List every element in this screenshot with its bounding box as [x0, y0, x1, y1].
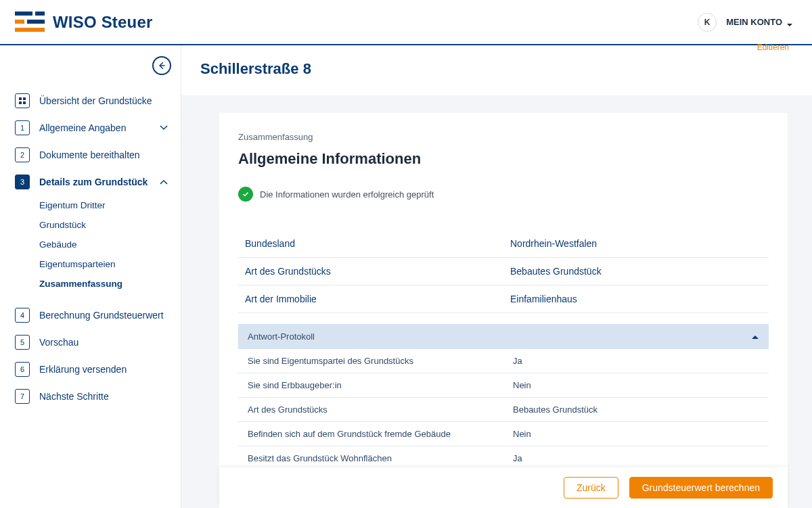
step-number-icon: 7 [15, 389, 30, 404]
chevron-up-icon [159, 177, 168, 187]
logo-icon [15, 10, 45, 34]
subnav-eigentumsparteien[interactable]: Eigentumsparteien [39, 254, 179, 274]
protocol-key: Sie sind Erbbaugeber:in [238, 373, 503, 398]
grid-icon [15, 93, 30, 108]
sidebar-item-5[interactable]: 5 Vorschau [15, 329, 179, 356]
protocol-value: Nein [503, 422, 769, 446]
status-ok: Die Informationen wurden erfolgreich gep… [238, 187, 769, 202]
editieren-link[interactable]: Editieren [757, 43, 789, 52]
footer-bar: Zurück Grundsteuerwert berechnen [219, 467, 788, 508]
protocol-key: Sie sind Eigentumspartei des Grundstücks [238, 349, 503, 373]
protocol-row: Art des GrundstücksBebautes Grundstück [238, 398, 769, 422]
info-row: Art des GrundstücksBebautes Grundstück [238, 258, 769, 285]
sidebar-item-label: Übersicht der Grundstücke [39, 95, 179, 106]
protocol-value: Nein [503, 373, 769, 398]
sidebar-item-label: Erklärung versenden [39, 364, 179, 375]
avatar[interactable]: K [698, 13, 717, 32]
subnav-grundstueck[interactable]: Grundstück [39, 215, 179, 235]
step-number-icon: 2 [15, 147, 30, 162]
sidebar: Übersicht der Grundstücke 1 Allgemeine A… [0, 45, 181, 508]
info-key: Art der Immobilie [238, 285, 503, 313]
calculate-button[interactable]: Grundsteuerwert berechnen [629, 477, 773, 499]
subnav-eigentum-dritter[interactable]: Eigentum Dritter [39, 195, 179, 215]
sidebar-item-2[interactable]: 2 Dokumente bereithalten [15, 141, 179, 168]
sidebar-item-overview[interactable]: Übersicht der Grundstücke [15, 87, 179, 114]
chevron-down-icon [159, 123, 168, 133]
info-value: Einfamilienhaus [503, 285, 769, 313]
summary-card: Zusammenfassung Allgemeine Informationen… [219, 113, 788, 471]
header-right: K MEIN KONTO Editieren [698, 13, 793, 32]
caret-up-icon [751, 331, 759, 342]
brand-name: WISO Steuer [53, 13, 153, 32]
status-text: Die Informationen wurden erfolgreich gep… [260, 189, 434, 200]
sidebar-item-1[interactable]: 1 Allgemeine Angaben [15, 114, 179, 141]
back-button-footer[interactable]: Zurück [564, 477, 618, 499]
info-row: Art der ImmobilieEinfamilienhaus [238, 285, 769, 313]
info-value: Bebautes Grundstück [503, 258, 769, 285]
sidebar-item-label: Vorschau [39, 337, 179, 348]
sidebar-nav: Übersicht der Grundstücke 1 Allgemeine A… [15, 87, 179, 410]
info-table: BundeslandNordrhein-Westfalen Art des Gr… [238, 230, 769, 313]
page-title: Schillerstraße 8 [181, 45, 812, 95]
account-menu[interactable]: MEIN KONTO [726, 17, 793, 27]
sidebar-item-3[interactable]: 3 Details zum Grundstück [15, 168, 179, 195]
app-shell: Übersicht der Grundstücke 1 Allgemeine A… [0, 45, 812, 508]
protocol-row: Sie sind Eigentumspartei des Grundstücks… [238, 349, 769, 373]
protocol-key: Art des Grundstücks [238, 398, 503, 422]
sidebar-subnav-3: Eigentum Dritter Grundstück Gebäude Eige… [39, 195, 179, 294]
step-number-icon: 6 [15, 362, 30, 377]
step-number-icon: 3 [15, 175, 30, 189]
sidebar-item-7[interactable]: 7 Nächste Schritte [15, 383, 179, 410]
sidebar-item-label: Nächste Schritte [39, 391, 179, 402]
step-number-icon: 4 [15, 308, 30, 323]
protocol-title: Antwort-Protokoll [248, 331, 315, 342]
protocol-value: Bebautes Grundstück [503, 398, 769, 422]
sidebar-item-label: Details zum Grundstück [39, 177, 150, 187]
summary-kicker: Zusammenfassung [238, 132, 769, 142]
protocol-value: Ja [503, 349, 769, 373]
info-value: Nordrhein-Westfalen [503, 230, 769, 258]
subnav-gebaeude[interactable]: Gebäude [39, 235, 179, 254]
subnav-zusammenfassung[interactable]: Zusammenfassung [39, 274, 179, 294]
summary-heading: Allgemeine Informationen [238, 150, 769, 168]
info-key: Art des Grundstücks [238, 258, 503, 285]
step-number-icon: 5 [15, 335, 30, 350]
check-circle-icon [238, 187, 253, 202]
info-key: Bundesland [238, 230, 503, 258]
protocol-header[interactable]: Antwort-Protokoll [238, 324, 769, 349]
brand-logo[interactable]: WISO Steuer [15, 10, 153, 34]
app-header: WISO Steuer K MEIN KONTO Editieren [0, 0, 812, 45]
sidebar-item-4[interactable]: 4 Berechnung Grundsteuerwert [15, 302, 179, 329]
protocol-key: Befinden sich auf dem Grundstück fremde … [238, 422, 503, 446]
protocol-row: Befinden sich auf dem Grundstück fremde … [238, 422, 769, 446]
sidebar-item-6[interactable]: 6 Erklärung versenden [15, 356, 179, 383]
protocol-row: Sie sind Erbbaugeber:inNein [238, 373, 769, 398]
account-label: MEIN KONTO [726, 17, 782, 27]
sidebar-item-label: Berechnung Grundsteuerwert [39, 310, 179, 321]
chevron-down-icon [786, 19, 793, 26]
main-content: Schillerstraße 8 Zusammenfassung Allgeme… [181, 45, 812, 508]
sidebar-item-label: Allgemeine Angaben [39, 122, 150, 133]
avatar-initial: K [704, 18, 710, 27]
sidebar-item-label: Dokumente bereithalten [39, 149, 179, 160]
protocol-table: Sie sind Eigentumspartei des Grundstücks… [238, 349, 769, 471]
back-button[interactable] [152, 56, 171, 75]
info-row: BundeslandNordrhein-Westfalen [238, 230, 769, 258]
content-area: Zusammenfassung Allgemeine Informationen… [181, 95, 812, 508]
step-number-icon: 1 [15, 120, 30, 135]
